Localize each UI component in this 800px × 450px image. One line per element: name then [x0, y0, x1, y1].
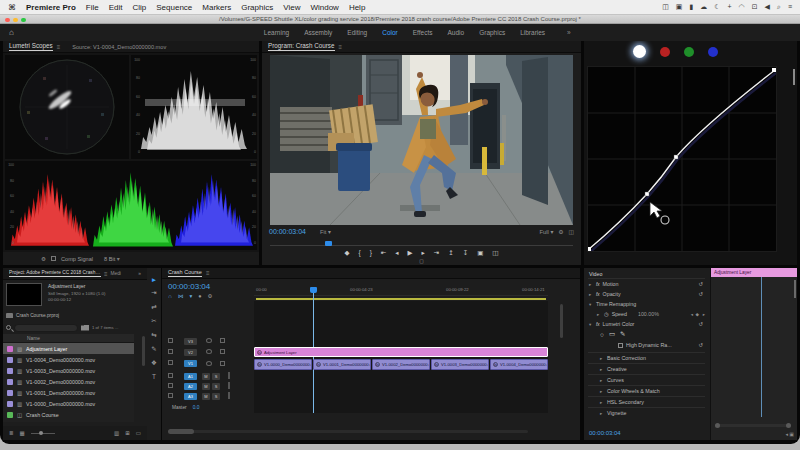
selection-tool[interactable]: ► [151, 276, 157, 283]
apple-menu-icon[interactable]: ⌘ [8, 3, 16, 12]
export-frame-button[interactable]: ▣ [477, 249, 483, 257]
sync-lock-icon[interactable] [220, 349, 225, 354]
lock-icon[interactable] [168, 349, 173, 354]
panel-menu-icon[interactable]: ≡ [104, 271, 108, 277]
project-row-sequence[interactable]: ◫ Crash Course [3, 409, 134, 420]
window-manager-icon[interactable]: ◫ [662, 3, 669, 11]
prev-keyframe-icon[interactable]: ◂ [691, 312, 693, 317]
tab-lumetri-scopes[interactable]: Lumetri Scopes [9, 42, 53, 51]
track-target-a3[interactable]: A3 [184, 393, 197, 400]
hand-tool[interactable]: ❖ [151, 359, 157, 367]
menu-file[interactable]: File [86, 3, 99, 12]
clip-adjustment-layer[interactable]: fx Adjustment Layer [254, 347, 548, 357]
workspace-tab-editing[interactable]: Editing [347, 29, 367, 36]
snap-icon[interactable]: ∩ [168, 293, 172, 299]
clip-v1-4[interactable]: fx V1-0003_Demo0000000.mov [431, 359, 489, 370]
go-to-out-button[interactable]: ⇥ [434, 249, 439, 257]
program-video-frame[interactable] [270, 55, 573, 225]
pen-mask-icon[interactable]: ✎ [620, 330, 625, 338]
panel-menu-icon[interactable]: ≡ [57, 44, 61, 50]
mute-button[interactable]: M [202, 373, 210, 380]
moon-icon[interactable]: ☾ [714, 3, 720, 11]
white-channel-button[interactable] [633, 45, 646, 58]
clip-v1-3[interactable]: fx V1-0002_Demo0000000.mov [372, 359, 430, 370]
track-target-v1[interactable]: V1 [184, 360, 197, 367]
menu-graphics[interactable]: Graphics [241, 3, 273, 12]
reset-icon[interactable]: ↺ [698, 281, 703, 287]
workspace-tab-audio[interactable]: Audio [448, 29, 465, 36]
label-chip[interactable] [7, 401, 13, 407]
search-icon[interactable]: ⌕ [777, 3, 781, 11]
effect-lumetri-color[interactable]: ▾fx Lumetri Color ↺ [584, 319, 709, 329]
lock-icon[interactable] [168, 360, 173, 365]
master-gain-value[interactable]: 0.0 [193, 405, 200, 410]
track-header-a1[interactable]: A1 M S [162, 371, 254, 381]
step-forward-button[interactable]: ▸ [422, 249, 425, 257]
speed-property[interactable]: ▸ ◷ Speed 100.00% ◂ ◆ ▸ [584, 309, 709, 319]
section-hsl-secondary[interactable]: ▸HSL Secondary [584, 397, 709, 407]
playback-resolution-select[interactable]: Full ▾ [539, 229, 553, 235]
effect-opacity[interactable]: ▸fx Opacity ↺ [584, 289, 709, 299]
track-header-v1[interactable]: V1 [162, 358, 254, 369]
selected-clip-header[interactable]: Adjustment Layer [711, 268, 797, 277]
workspace-tab-graphics[interactable]: Graphics [479, 29, 505, 36]
workspace-tab-libraries[interactable]: Libraries [520, 29, 545, 36]
control-center-icon[interactable]: ≡ [788, 3, 792, 11]
scopes-settings-icon[interactable]: ⚙ [41, 256, 46, 262]
red-channel-button[interactable] [660, 47, 670, 57]
timeline-settings-icon[interactable]: ⚙ [208, 293, 213, 299]
track-target-v3[interactable]: V3 [184, 338, 197, 345]
label-chip[interactable] [7, 379, 13, 385]
project-row-clip[interactable]: ▥ V1-0002_Demo0000000.mov [3, 376, 134, 387]
eye-icon[interactable] [206, 349, 212, 354]
workspace-tab-learning[interactable]: Learning [264, 29, 289, 36]
ripple-edit-tool[interactable]: ⇄ [151, 303, 156, 311]
timeline-playhead-handle[interactable] [310, 287, 317, 293]
rect-mask-icon[interactable]: ▭ [609, 330, 615, 338]
label-chip[interactable] [7, 357, 13, 363]
mute-button[interactable]: M [202, 393, 210, 400]
timeline-timecode[interactable]: 00:00:03:04 [168, 282, 210, 291]
speed-value[interactable]: 100.00% [638, 311, 659, 317]
menu-help[interactable]: Help [349, 3, 365, 12]
workspace-tab-effects[interactable]: Effects [413, 29, 433, 36]
track-target-a2[interactable]: A2 [184, 383, 197, 390]
lock-icon[interactable] [168, 338, 173, 343]
solo-button[interactable]: S [212, 393, 220, 400]
effect-time-remapping[interactable]: ▾ Time Remapping [584, 299, 709, 309]
program-scrubber[interactable] [270, 241, 573, 247]
hdr-toggle-row[interactable]: High Dynamic Ra... ↺ [584, 340, 709, 350]
solo-button[interactable]: S [212, 373, 220, 380]
tab-media-browser[interactable]: Medi [111, 271, 121, 276]
program-timecode[interactable]: 00:00:03:04 [269, 228, 306, 235]
label-chip[interactable] [7, 346, 13, 352]
menu-sequence[interactable]: Sequence [156, 3, 192, 12]
reset-icon[interactable]: ↺ [698, 291, 703, 297]
home-icon[interactable]: ⌂ [9, 28, 14, 37]
section-color-wheels[interactable]: ▸Color Wheels & Match [584, 386, 709, 396]
mark-out-button[interactable]: } [370, 249, 372, 257]
go-to-in-button[interactable]: ⇤ [381, 249, 386, 257]
icon-view-icon[interactable]: ▦ [20, 430, 25, 436]
add-marker-icon[interactable]: ● [198, 293, 201, 299]
bit-depth-select[interactable]: 8 Bit ▾ [104, 255, 120, 262]
new-bin-icon[interactable]: ▥ [114, 430, 119, 436]
plus-icon[interactable]: + [728, 3, 732, 11]
comparison-toggle-icon[interactable]: ◻ [419, 258, 424, 264]
timeline-hscrollbar[interactable] [168, 430, 528, 433]
project-overflow-icon[interactable]: » [138, 271, 141, 276]
mini-timeline-scrollbar[interactable] [715, 424, 791, 427]
hdr-checkbox[interactable] [618, 343, 623, 348]
track-select-tool[interactable]: ⇥ [151, 289, 156, 297]
mini-timeline-zoom-icons[interactable]: ◂ ▣ [785, 431, 794, 437]
clip-v1-5[interactable]: fx V1-0004_Demo0000000.mov [490, 359, 548, 370]
sync-lock-icon[interactable] [220, 338, 225, 343]
pen-tool[interactable]: ✎ [151, 345, 156, 353]
ellipse-mask-icon[interactable]: ○ [600, 331, 604, 338]
effect-motion[interactable]: ▸fx Motion ↺ [584, 279, 709, 289]
mute-button[interactable]: M [202, 383, 210, 390]
timeline-vscrollbar[interactable] [560, 304, 563, 338]
comp-signal-checkbox[interactable] [51, 256, 56, 261]
panel-menu-icon[interactable]: ≡ [206, 270, 210, 276]
slip-tool[interactable]: ⇆ [151, 331, 156, 339]
